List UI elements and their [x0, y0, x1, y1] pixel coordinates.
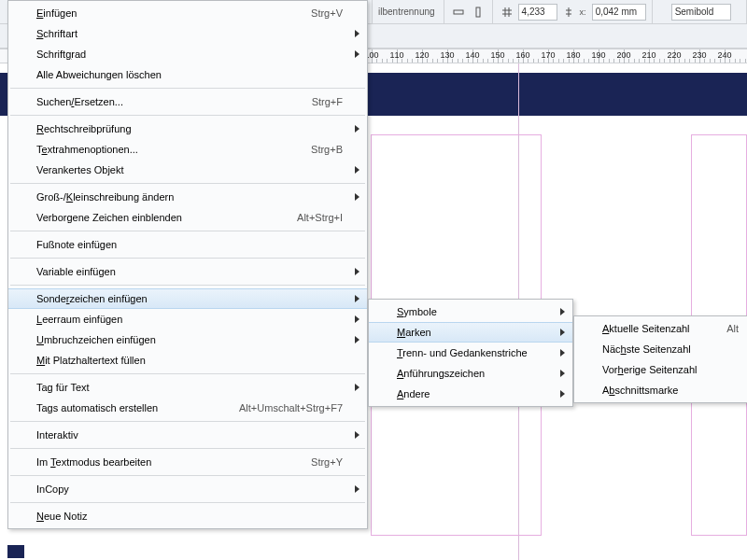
- toolbar-text: ilbentrennung: [378, 7, 435, 17]
- main-menu-item[interactable]: Leerraum einfügen: [8, 309, 367, 329]
- main-menu-item[interactable]: Tag für Text: [8, 377, 367, 398]
- sub2-menu-item[interactable]: Nächste Seitenzahl: [574, 339, 747, 359]
- menu-item-label: Vorherige Seitenzahl: [602, 364, 739, 375]
- menu-item-label: Nächste Seitenzahl: [602, 343, 739, 355]
- menu-item-shortcut: Alt+Umschalt+Strg+F7: [239, 402, 343, 413]
- main-menu-separator: [10, 285, 365, 286]
- menu-item-label: Groß-/Kleinschreibung ändern: [36, 191, 343, 203]
- submenu-arrow-icon: [355, 50, 359, 58]
- sub1-menu-item[interactable]: Andere: [369, 384, 572, 404]
- sub1-menu-item[interactable]: Symbole: [369, 301, 572, 322]
- menu-item-label: Einfügen: [36, 7, 289, 19]
- submenu-arrow-icon: [560, 308, 565, 315]
- submenu-arrow-icon: [355, 268, 359, 275]
- main-menu-item[interactable]: InCopy: [8, 479, 367, 499]
- menu-item-label: Rechtschreibprüfung: [36, 123, 343, 134]
- main-menu-item[interactable]: Im Textmodus bearbeitenStrg+Y: [8, 452, 367, 472]
- submenu-sonderzeichen: SymboleMarkenTrenn- und GedankenstricheA…: [368, 299, 573, 407]
- submenu-marken: Aktuelle SeitenzahlAltNächste Seitenzahl…: [573, 315, 747, 403]
- menu-item-label: Verborgene Zeichen einblenden: [36, 212, 275, 223]
- menu-item-label: Textrahmenoptionen...: [36, 144, 289, 155]
- menu-item-label: Trenn- und Gedankenstriche: [397, 347, 548, 358]
- main-menu-separator: [10, 502, 365, 503]
- main-menu-item[interactable]: Alle Abweichungen löschen: [8, 64, 367, 85]
- menu-item-shortcut: Strg+B: [311, 144, 343, 155]
- submenu-arrow-icon: [355, 315, 359, 323]
- grid-icon[interactable]: [499, 4, 515, 21]
- main-menu-item[interactable]: Suchen/Ersetzen...Strg+F: [8, 91, 367, 112]
- main-menu-separator: [10, 475, 365, 476]
- menu-item-label: InCopy: [36, 483, 343, 495]
- menu-item-shortcut: Alt: [726, 323, 739, 334]
- main-menu-separator: [10, 231, 365, 231]
- svg-rect-0: [454, 10, 463, 14]
- menu-item-label: Verankertes Objekt: [36, 164, 343, 175]
- main-menu-separator: [10, 373, 365, 374]
- value-field-2[interactable]: 0,042 mm: [592, 4, 646, 21]
- main-menu-item[interactable]: EinfügenStrg+V: [8, 3, 367, 23]
- menu-item-label: Tag für Text: [36, 382, 343, 393]
- menu-item-label: Andere: [397, 388, 548, 399]
- submenu-arrow-icon: [355, 485, 359, 493]
- main-menu-item[interactable]: Tags automatisch erstellenAlt+Umschalt+S…: [8, 398, 367, 418]
- sub2-menu-item[interactable]: Vorherige Seitenzahl: [574, 359, 747, 380]
- menu-item-label: Umbruchzeichen einfügen: [36, 334, 343, 345]
- menu-item-label: Fußnote einfügen: [36, 239, 343, 250]
- value-field-1[interactable]: 4,233: [518, 4, 557, 21]
- page-icon: [7, 545, 24, 558]
- submenu-arrow-icon: [560, 329, 565, 336]
- font-style-field[interactable]: Semibold: [671, 4, 731, 21]
- submenu-arrow-icon: [355, 431, 359, 439]
- main-menu-item[interactable]: Rechtschreibprüfung: [8, 119, 367, 139]
- main-menu-item[interactable]: Neue Notiz: [8, 506, 367, 526]
- menu-item-label: Interaktiv: [36, 429, 343, 441]
- submenu-arrow-icon: [560, 349, 565, 357]
- main-menu-item[interactable]: Schriftart: [8, 23, 367, 44]
- menu-item-label: Tags automatisch erstellen: [36, 402, 217, 413]
- main-menu-item[interactable]: Mit Platzhaltertext füllen: [8, 350, 367, 371]
- submenu-arrow-icon: [355, 125, 359, 133]
- main-menu-item[interactable]: Schriftgrad: [8, 44, 367, 64]
- main-menu-item[interactable]: Textrahmenoptionen...Strg+B: [8, 139, 367, 160]
- fit-height-icon[interactable]: [470, 4, 486, 21]
- menu-item-label: Schriftart: [36, 28, 343, 39]
- baseline-icon[interactable]: [560, 4, 577, 21]
- main-menu-item[interactable]: Variable einfügen: [8, 261, 367, 282]
- submenu-arrow-icon: [355, 30, 359, 37]
- main-menu-item[interactable]: Interaktiv: [8, 425, 367, 445]
- main-menu-item[interactable]: Verborgene Zeichen einblendenAlt+Strg+I: [8, 207, 367, 228]
- unit-suffix: x:: [580, 7, 586, 17]
- sub1-menu-item[interactable]: Trenn- und Gedankenstriche: [369, 343, 572, 363]
- main-menu-item[interactable]: Sonderzeichen einfügen: [8, 288, 367, 309]
- menu-item-label: Schriftgrad: [36, 49, 343, 60]
- submenu-arrow-icon: [560, 370, 565, 377]
- menu-item-label: Mit Platzhaltertext füllen: [36, 355, 343, 366]
- menu-item-shortcut: Alt+Strg+I: [297, 212, 343, 223]
- menu-item-label: Marken: [397, 327, 548, 338]
- sub1-menu-item[interactable]: Marken: [369, 322, 572, 343]
- main-menu-separator: [10, 88, 365, 89]
- sub2-menu-item[interactable]: Aktuelle SeitenzahlAlt: [574, 318, 747, 339]
- sub2-menu-item[interactable]: Abschnittsmarke: [574, 380, 747, 400]
- menu-item-label: Anführungszeichen: [397, 368, 548, 379]
- main-menu-separator: [10, 183, 365, 184]
- main-menu-item[interactable]: Fußnote einfügen: [8, 234, 367, 255]
- menu-item-shortcut: Strg+V: [311, 7, 343, 19]
- main-menu-item[interactable]: Umbruchzeichen einfügen: [8, 329, 367, 350]
- menu-item-shortcut: Strg+Y: [311, 456, 343, 468]
- menu-item-label: Suchen/Ersetzen...: [36, 96, 289, 107]
- submenu-arrow-icon: [355, 193, 359, 201]
- menu-item-label: Alle Abweichungen löschen: [36, 69, 343, 80]
- main-menu-item[interactable]: Groß-/Kleinschreibung ändern: [8, 187, 367, 207]
- main-menu-item[interactable]: Verankertes Objekt: [8, 160, 367, 180]
- main-menu-separator: [10, 258, 365, 259]
- submenu-arrow-icon: [355, 384, 359, 391]
- fit-width-icon[interactable]: [450, 4, 467, 21]
- sub1-menu-item[interactable]: Anführungszeichen: [369, 363, 572, 384]
- menu-item-label: Sonderzeichen einfügen: [36, 293, 343, 304]
- submenu-arrow-icon: [355, 336, 359, 343]
- menu-item-label: Variable einfügen: [36, 266, 343, 277]
- svg-rect-1: [476, 7, 480, 17]
- menu-item-label: Im Textmodus bearbeiten: [36, 456, 289, 468]
- main-menu-separator: [10, 115, 365, 116]
